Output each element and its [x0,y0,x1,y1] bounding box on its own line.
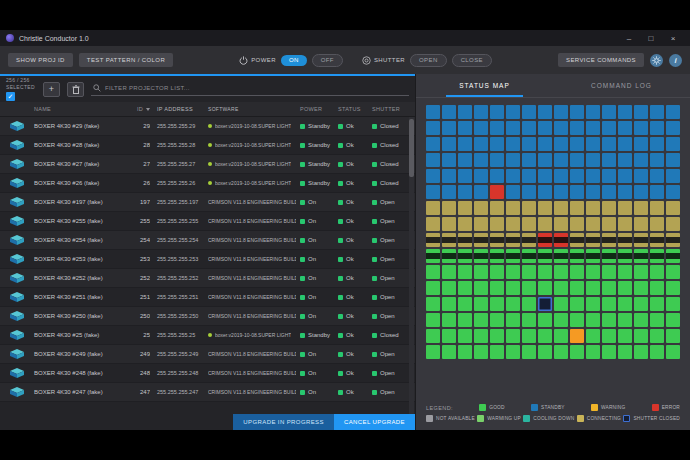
status-cell-standby[interactable] [570,169,584,183]
table-row[interactable]: BOXER 4K30 #255 (fake)255255.255.255.255… [0,212,415,231]
filter-input[interactable] [105,85,407,91]
status-cell-standby[interactable] [426,121,440,135]
status-cell-good[interactable] [666,297,680,311]
status-cell-good[interactable] [570,297,584,311]
status-cell-good[interactable] [602,281,616,295]
table-row[interactable]: BOXER 4K30 #249 (fake)249255.255.255.249… [0,345,415,364]
add-projector-button[interactable] [43,82,60,97]
status-cell-connecting[interactable] [634,201,648,215]
status-cell-connecting[interactable] [650,217,664,231]
status-cell-standby[interactable] [554,105,568,119]
status-cell-standby[interactable] [650,169,664,183]
status-cell-upgrading-connecting[interactable] [458,233,472,247]
status-cell-standby[interactable] [506,105,520,119]
status-cell-upgrading-good[interactable] [490,249,504,263]
status-cell-upgrading-good[interactable] [506,249,520,263]
status-cell-standby[interactable] [538,105,552,119]
status-cell-standby[interactable] [506,153,520,167]
status-cell-connecting[interactable] [666,201,680,215]
status-cell-standby[interactable] [602,105,616,119]
status-cell-standby[interactable] [650,137,664,151]
status-cell-good[interactable] [586,345,600,359]
status-cell-standby[interactable] [506,185,520,199]
status-cell-good[interactable] [426,345,440,359]
status-cell-standby[interactable] [586,121,600,135]
column-header-shutter[interactable]: SHUTTER [370,106,408,112]
select-all-checkbox[interactable] [6,92,15,101]
scrollbar-thumb[interactable] [409,119,414,177]
status-cell-standby[interactable] [538,185,552,199]
status-cell-standby[interactable] [618,105,632,119]
status-cell-good[interactable] [490,313,504,327]
table-scrollbar[interactable] [409,117,414,414]
status-cell-upgrading-good[interactable] [442,249,456,263]
status-cell-connecting[interactable] [650,201,664,215]
status-cell-upgrading-good[interactable] [586,249,600,263]
status-cell-standby[interactable] [650,153,664,167]
status-cell-standby[interactable] [442,169,456,183]
column-header-id[interactable]: ID [126,106,150,112]
status-cell-standby[interactable] [618,169,632,183]
status-cell-standby[interactable] [602,185,616,199]
shutter-open-button[interactable]: OPEN [410,54,447,67]
status-cell-standby[interactable] [602,153,616,167]
column-header-power[interactable]: POWER [296,106,336,112]
status-cell-good[interactable] [458,297,472,311]
status-cell-connecting[interactable] [442,217,456,231]
status-cell-connecting[interactable] [490,201,504,215]
status-cell-good[interactable] [554,313,568,327]
status-cell-connecting[interactable] [474,201,488,215]
status-cell-good[interactable] [618,281,632,295]
status-cell-standby[interactable] [538,153,552,167]
status-cell-good[interactable] [506,345,520,359]
close-button[interactable]: × [662,30,684,46]
status-cell-standby[interactable] [458,137,472,151]
status-cell-good[interactable] [586,297,600,311]
status-cell-connecting[interactable] [426,201,440,215]
status-cell-standby[interactable] [618,137,632,151]
filter-box[interactable] [91,82,409,96]
column-header-status[interactable]: STATUS [336,106,370,112]
service-commands-button[interactable]: SERVICE COMMANDS [558,53,644,67]
status-cell-connecting[interactable] [490,217,504,231]
status-cell-good[interactable] [506,281,520,295]
info-icon[interactable] [669,54,682,67]
status-cell-standby[interactable] [538,121,552,135]
status-cell-standby[interactable] [506,169,520,183]
status-cell-good[interactable] [522,329,536,343]
status-cell-good[interactable] [666,313,680,327]
status-cell-standby[interactable] [570,121,584,135]
status-cell-connecting[interactable] [522,201,536,215]
status-cell-upgrading-connecting[interactable] [650,233,664,247]
status-cell-good[interactable] [522,297,536,311]
status-cell-good[interactable] [554,281,568,295]
table-row[interactable]: BOXER 4K30 #247 (fake)247255.255.255.247… [0,383,415,402]
status-cell-good[interactable] [554,265,568,279]
status-cell-good[interactable] [490,265,504,279]
status-cell-standby[interactable] [554,169,568,183]
table-row[interactable]: BOXER 4K30 #27 (fake)27255.255.255.27box… [0,155,415,174]
status-cell-standby[interactable] [458,153,472,167]
status-cell-standby[interactable] [490,121,504,135]
status-cell-standby[interactable] [490,137,504,151]
status-cell-good[interactable] [586,265,600,279]
status-cell-standby[interactable] [538,137,552,151]
status-cell-good[interactable] [650,281,664,295]
status-cell-connecting[interactable] [474,217,488,231]
status-cell-standby[interactable] [442,137,456,151]
status-cell-standby[interactable] [650,105,664,119]
status-cell-connecting[interactable] [618,217,632,231]
status-cell-good[interactable] [426,313,440,327]
status-cell-standby[interactable] [522,121,536,135]
status-cell-good[interactable] [522,345,536,359]
status-cell-good[interactable] [474,313,488,327]
status-cell-standby[interactable] [618,185,632,199]
status-cell-good[interactable] [458,329,472,343]
status-cell-standby[interactable] [538,169,552,183]
status-cell-good[interactable] [634,313,648,327]
status-cell-good[interactable] [474,345,488,359]
status-cell-good[interactable] [586,313,600,327]
status-cell-good[interactable] [442,281,456,295]
status-cell-good[interactable] [618,329,632,343]
status-cell-standby[interactable] [442,153,456,167]
